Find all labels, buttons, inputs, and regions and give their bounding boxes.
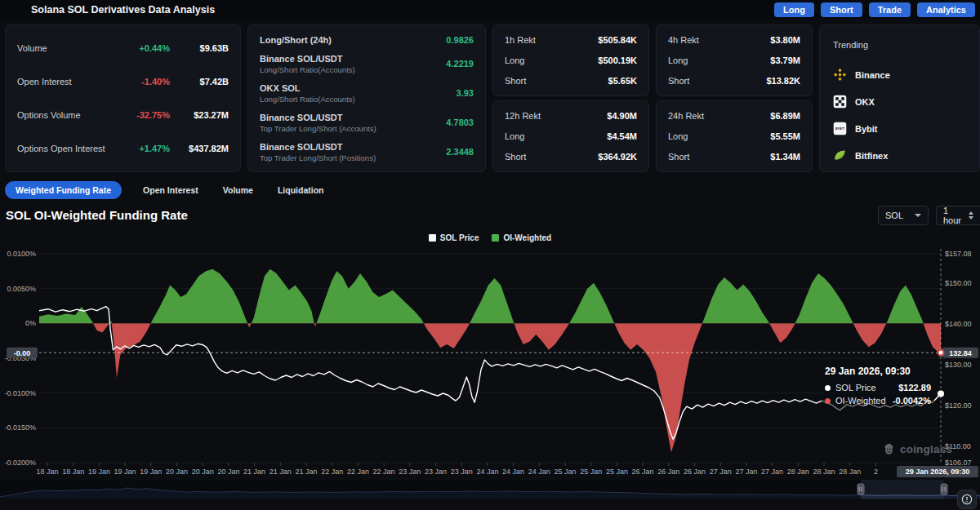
tooltip-row-funding: OI-Weighted -0.0042% xyxy=(825,396,931,406)
tooltip-series-name: SOL Price xyxy=(835,383,876,392)
rekt-long-value: $5.55M xyxy=(770,131,800,141)
ls-value: 0.9826 xyxy=(446,35,474,45)
stat-change: +0.44% xyxy=(139,43,170,53)
rekt-column-1: 1h Rekt$505.84K Long$500.19K Short$5.65K… xyxy=(492,24,649,172)
tab-volume[interactable]: Volume xyxy=(220,182,256,198)
rekt-long-label: Long xyxy=(668,131,688,141)
tooltip-row-price: SOL Price $122.89 xyxy=(825,383,931,392)
trade-button[interactable]: Trade xyxy=(869,2,911,17)
rekt-card-4h: 4h Rekt$3.80M Long$3.79M Short$13.82K xyxy=(656,24,813,96)
tab-liquidation[interactable]: Liquidation xyxy=(274,182,327,198)
x-axis-tick: 26 Jan xyxy=(684,468,706,476)
spinner-arrows-icon xyxy=(969,211,973,220)
x-axis-tick: 28 Jan xyxy=(813,468,835,476)
x-axis-tick: 24 Jan xyxy=(502,468,524,476)
legend-sol-price[interactable]: SOL Price xyxy=(429,233,479,242)
funding-rate-chart[interactable]: 0.0100%0.0050%0%-0.0050%-0.0100%-0.0150%… xyxy=(0,245,980,480)
coinglass-watermark: coinglass xyxy=(882,442,952,456)
funding-current-dot xyxy=(938,350,944,356)
right-axis-tick: $106.07 xyxy=(945,459,972,467)
trending-item-bitfinex[interactable]: Bitfinex xyxy=(833,142,966,169)
right-axis-tick: $157.08 xyxy=(945,250,972,258)
stat-row-options-open-interest: Options Open Interest +1.47% $437.82M xyxy=(17,144,229,153)
ls-subtitle: Long/Short Ratio(Accounts) xyxy=(260,95,355,104)
navigator-left-handle[interactable] xyxy=(858,484,864,494)
stats-cards-row: Volume +0.44% $9.63B Open Interest -1.40… xyxy=(5,24,980,172)
rekt-title: 24h Rekt xyxy=(668,111,704,121)
long-button[interactable]: Long xyxy=(774,2,814,17)
stat-value: $7.42B xyxy=(178,77,229,86)
rekt-short-value: $1.34M xyxy=(770,152,800,162)
navigator-mask-left xyxy=(0,480,861,499)
chart-tabs: Weighted Funding Rate Open Interest Volu… xyxy=(5,181,327,199)
red-dot-icon xyxy=(825,398,831,404)
x-axis-tick: 21 Jan xyxy=(243,468,265,476)
left-axis-tick: 0.0050% xyxy=(7,285,36,293)
overview-card: Volume +0.44% $9.63B Open Interest -1.40… xyxy=(5,24,241,172)
legend-oi-weighted[interactable]: OI-Weighted xyxy=(492,233,551,242)
x-axis-tick: 24 Jan xyxy=(476,468,498,476)
interval-select[interactable]: 1 hour xyxy=(936,206,980,225)
x-axis-tick: 20 Jan xyxy=(217,468,239,476)
ls-row: Binance SOL/USDT Top Trader Long/Short (… xyxy=(260,113,474,133)
symbol-select-value: SOL xyxy=(885,211,903,220)
okx-icon xyxy=(833,95,847,109)
trending-item-binance[interactable]: Binance xyxy=(833,61,966,88)
trending-item-bybit[interactable]: BYB!T Bybit xyxy=(833,115,966,142)
ls-value: 4.2219 xyxy=(446,59,474,69)
ls-subtitle: Long/Short Ratio(Accounts) xyxy=(260,65,355,74)
x-axis-tick: 18 Jan xyxy=(62,468,84,476)
rekt-title: 12h Rekt xyxy=(505,111,541,121)
section-title: SOL OI-Weighted Funding Rate xyxy=(6,208,188,222)
x-axis-tick: 28 Jan xyxy=(839,468,861,476)
chart-tooltip: 29 Jan 2026, 09:30 SOL Price $122.89 OI-… xyxy=(822,364,934,410)
x-axis-tick: 23 Jan xyxy=(425,468,447,476)
stat-label: Options Volume xyxy=(17,110,81,120)
ls-title: Binance SOL/USDT xyxy=(260,54,355,64)
ls-row: Binance SOL/USDT Long/Short Ratio(Accoun… xyxy=(260,54,474,74)
right-axis-tick: $130.00 xyxy=(945,361,972,369)
trending-item-label: Bybit xyxy=(855,124,878,134)
right-axis-tick: $120.00 xyxy=(945,401,972,410)
current-funding-badge: -0.00 xyxy=(14,349,31,357)
x-axis-tick: 22 Jan xyxy=(321,468,343,476)
right-axis-tick: $150.00 xyxy=(945,279,972,287)
x-axis-tick: 20 Jan xyxy=(166,468,188,476)
ls-value: 2.3448 xyxy=(446,147,474,157)
rekt-total: $505.84K xyxy=(598,35,637,45)
rekt-card-1h: 1h Rekt$505.84K Long$500.19K Short$5.65K xyxy=(492,24,649,96)
page-title: Solana SOL Derivatives Data Analysis xyxy=(31,4,215,16)
left-axis-tick: -0.0100% xyxy=(4,389,36,397)
interval-select-value: 1 hour xyxy=(943,206,962,225)
short-button[interactable]: Short xyxy=(821,2,862,17)
chart-navigator[interactable] xyxy=(0,480,980,499)
trending-item-label: Bitfinex xyxy=(855,151,888,161)
left-axis-tick: 0.0100% xyxy=(7,250,36,258)
trending-item-label: Binance xyxy=(855,70,890,80)
x-axis-tick: 27 Jan xyxy=(761,468,783,476)
tooltip-series-name: OI-Weighted xyxy=(835,396,886,406)
trending-title: Trending xyxy=(833,40,966,50)
x-axis-tick: 25 Jan xyxy=(554,468,576,476)
chart-info-button[interactable] xyxy=(957,490,977,509)
trending-item-okx[interactable]: OKX xyxy=(833,88,966,115)
tab-weighted-funding-rate[interactable]: Weighted Funding Rate xyxy=(5,181,122,199)
x-axis-tick: 21 Jan xyxy=(270,468,292,476)
stat-label: Volume xyxy=(17,43,47,53)
chart-legend: SOL Price OI-Weighted xyxy=(0,233,980,242)
tab-open-interest[interactable]: Open Interest xyxy=(140,182,202,198)
rekt-long-value: $4.54M xyxy=(607,131,637,141)
navigator-right-handle[interactable] xyxy=(941,484,947,494)
x-axis-tick: 26 Jan xyxy=(657,468,679,476)
tooltip-series-value: -0.0042% xyxy=(893,396,931,406)
right-axis-tick: $140.00 xyxy=(945,320,972,328)
tooltip-date: 29 Jan 2026, 09:30 xyxy=(825,366,931,377)
stat-row-open-interest: Open Interest -1.40% $7.42B xyxy=(17,77,229,86)
chevron-down-icon xyxy=(915,214,921,217)
top-nav-buttons: Long Short Trade Analytics xyxy=(774,2,975,17)
chart-controls: SOL 1 hour xyxy=(878,206,980,225)
analytics-button[interactable]: Analytics xyxy=(917,2,975,17)
symbol-select[interactable]: SOL xyxy=(878,206,929,225)
navigator-selection xyxy=(861,480,944,499)
rekt-short-value: $364.92K xyxy=(598,152,637,162)
